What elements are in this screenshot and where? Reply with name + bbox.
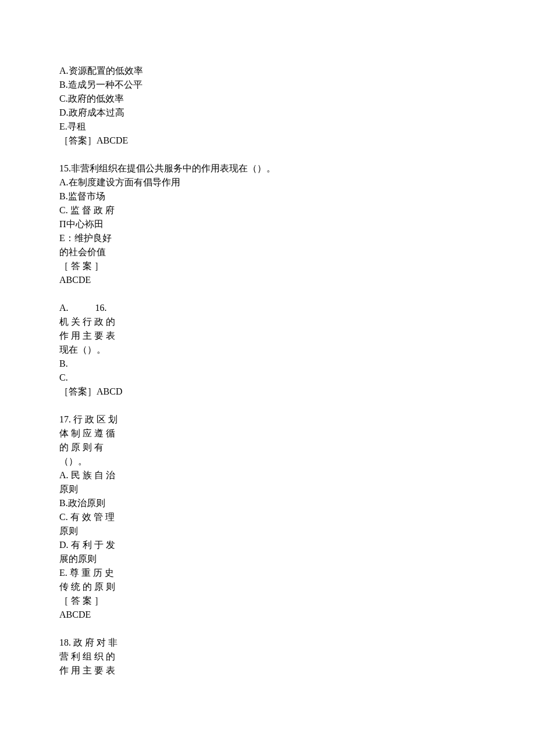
option-e-line2: 的社会价值: [59, 245, 126, 259]
q17-line11: 展的原则: [59, 552, 126, 566]
answer-label: ［ 答 案 ］: [59, 259, 126, 273]
q17-answer-label: ［ 答 案 ］: [59, 594, 126, 608]
q16-line3: 作 用 主 要 表: [59, 329, 126, 343]
q17-line4: （）。: [59, 454, 126, 468]
q16-line4: 现在（）。: [59, 343, 126, 357]
q17-line3: 的 原 则 有: [59, 440, 126, 454]
q17: 17. 行 政 区 划 体 制 应 遵 循 的 原 则 有 （）。 A. 民 族…: [59, 413, 126, 622]
q16: A. 16. 机 关 行 政 的 作 用 主 要 表 现在（）。 B. C. ［…: [59, 301, 126, 399]
option-c: C. 监 督 政 府: [59, 203, 126, 217]
garbled-text: Π中心袮田: [59, 217, 126, 231]
q17-line1: 17. 行 政 区 划: [59, 413, 126, 427]
q16-line2: 机 关 行 政 的: [59, 315, 126, 329]
q17-line6: 原则: [59, 482, 126, 496]
q17-line8: C. 有 效 管 理: [59, 510, 126, 524]
option-b: B.监督市场: [59, 189, 477, 203]
q17-line12: E. 尊 重 历 史: [59, 566, 126, 580]
q17-line9: 原则: [59, 524, 126, 538]
q17-line2: 体 制 应 遵 循: [59, 427, 126, 440]
answer-value: ABCDE: [59, 273, 126, 287]
q14-tail: A.资源配置的低效率 B.造成另一种不公平 C.政府的低效率 D.政府成本过高 …: [59, 64, 477, 148]
q16-line6: C.: [59, 371, 126, 385]
option-e: E.寻租: [59, 120, 477, 134]
q17-line10: D. 有 利 于 发: [59, 538, 126, 552]
q17-line13: 传 统 的 原 则: [59, 580, 126, 594]
option-c: C.政府的低效率: [59, 92, 477, 106]
option-a: A.在制度建设方面有倡导作用: [59, 175, 477, 189]
q16-answer: ［答案］ABCD: [59, 385, 126, 399]
q18: 18. 政 府 对 非 营 利 组 织 的 作 用 主 要 表: [59, 636, 126, 678]
q18-line3: 作 用 主 要 表: [59, 664, 126, 678]
q17-line7: B.政治原则: [59, 496, 126, 510]
q18-line1: 18. 政 府 对 非: [59, 636, 126, 650]
q17-line5: A. 民 族 自 治: [59, 468, 126, 482]
question-stem: 15.非营利组织在提倡公共服务中的作用表现在（）。: [59, 162, 477, 175]
option-a: A.资源配置的低效率: [59, 64, 477, 78]
q16-a-letter: A.: [59, 303, 69, 313]
option-e-line1: E：维护良好: [59, 231, 126, 245]
q15: 15.非营利组织在提倡公共服务中的作用表现在（）。 A.在制度建设方面有倡导作用…: [59, 162, 477, 287]
q17-answer-value: ABCDE: [59, 608, 126, 622]
option-d: D.政府成本过高: [59, 106, 477, 120]
q16-number: 16.: [95, 303, 107, 313]
q16-line1: A. 16.: [59, 301, 126, 315]
q18-line2: 营 利 组 织 的: [59, 650, 126, 664]
option-b: B.造成另一种不公平: [59, 78, 477, 92]
q16-line5: B.: [59, 357, 126, 371]
answer: ［答案］ABCDE: [59, 134, 477, 148]
